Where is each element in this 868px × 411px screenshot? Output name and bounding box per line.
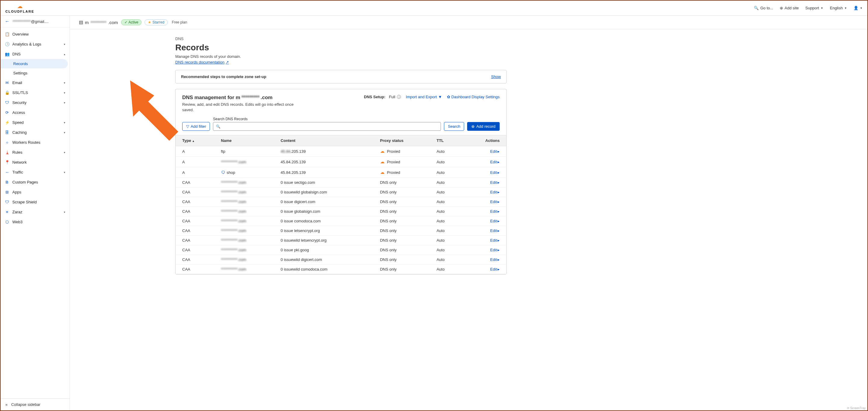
cell-type: CAA	[176, 236, 217, 245]
cell-content: 0 issuewild letsencrypt.org	[277, 236, 376, 245]
language-menu[interactable]: English▼	[830, 6, 847, 10]
edit-button[interactable]: Edit ▸	[490, 200, 500, 204]
sidebar-item-apps[interactable]: ⊞Apps	[1, 187, 69, 197]
edit-button[interactable]: Edit ▸	[490, 170, 500, 175]
sidebar-item-security[interactable]: 🛡Security▾	[1, 98, 69, 108]
globe-icon: ▤	[79, 20, 83, 25]
cell-name: ***********.com	[217, 197, 277, 207]
account-row[interactable]: ← ************@gmail....	[1, 16, 69, 27]
cell-ttl: Auto	[433, 265, 461, 274]
support-menu[interactable]: Support▼	[805, 6, 823, 10]
sidebar-item-rules[interactable]: 🗼Rules▾	[1, 147, 69, 157]
display-settings-button[interactable]: ✿Dashboard Display Settings	[447, 95, 500, 99]
chevron-right-icon: ▸	[498, 170, 500, 175]
cell-proxy: DNS only	[376, 207, 433, 216]
sidebar-item-web3[interactable]: ⬡Web3	[1, 217, 69, 227]
edit-button[interactable]: Edit ▸	[490, 267, 500, 271]
chevron-right-icon: ▸	[498, 200, 500, 204]
sidebar-item-label: Speed	[12, 120, 24, 125]
cloud-icon: ☁	[17, 3, 23, 10]
sidebar-item-label: Access	[12, 110, 25, 115]
col-proxy-status[interactable]: Proxy status	[376, 135, 433, 146]
cell-content: 0 issuewild comodoca.com	[277, 265, 376, 274]
edit-button[interactable]: Edit ▸	[490, 257, 500, 262]
edit-button[interactable]: Edit ▸	[490, 219, 500, 223]
search-input[interactable]	[213, 122, 441, 131]
logo[interactable]: ☁ CLOUDFLARE	[5, 3, 34, 13]
cell-proxy: ☁Proxied	[376, 146, 433, 157]
sidebar-item-email[interactable]: ✉Email▾	[1, 78, 69, 88]
cell-ttl: Auto	[433, 226, 461, 236]
cell-type: CAA	[176, 216, 217, 226]
sidebar-item-custom-pages[interactable]: 🗎Custom Pages	[1, 177, 69, 187]
cell-proxy: DNS only	[376, 187, 433, 197]
cell-type: CAA	[176, 178, 217, 187]
table-row: CAA***********.com0 issue letsencrypt.or…	[176, 226, 506, 236]
add-record-button[interactable]: ⊕Add record	[467, 122, 500, 131]
cell-name: ***********.com	[217, 216, 277, 226]
sidebar-item-speed[interactable]: ⚡Speed▾	[1, 118, 69, 127]
edit-button[interactable]: Edit ▸	[490, 209, 500, 214]
nav-icon: 🗄	[5, 130, 9, 135]
search-button[interactable]: Search	[444, 122, 464, 131]
sidebar-item-zaraz[interactable]: ≡Zaraz▾	[1, 207, 69, 217]
col-actions[interactable]: Actions	[461, 135, 506, 146]
cell-proxy: DNS only	[376, 245, 433, 255]
sidebar-item-network[interactable]: 📍Network	[1, 157, 69, 167]
col-type[interactable]: Type▲	[176, 135, 217, 146]
sidebar-item-ssl-tls[interactable]: 🔒SSL/TLS▾	[1, 88, 69, 98]
collapse-sidebar[interactable]: « Collapse sidebar	[1, 398, 69, 410]
sidebar-item-workers-routes[interactable]: ⟐Workers Routes	[1, 138, 69, 147]
cell-type: CAA	[176, 207, 217, 216]
show-button[interactable]: Show	[491, 75, 501, 79]
table-row: CAA***********.com0 issuewild letsencryp…	[176, 236, 506, 245]
nav-icon: ✉	[5, 81, 9, 85]
sidebar-item-overview[interactable]: 📋Overview	[1, 29, 69, 39]
cell-ttl: Auto	[433, 236, 461, 245]
cell-ttl: Auto	[433, 197, 461, 207]
edit-button[interactable]: Edit ▸	[490, 149, 500, 154]
cell-content: 0 issue globalsign.com	[277, 207, 376, 216]
starred-badge[interactable]: ★Starred	[145, 19, 167, 25]
user-menu[interactable]: 👤▼	[854, 6, 863, 10]
add-filter-button[interactable]: ▽Add filter	[182, 122, 210, 131]
add-site-button[interactable]: ⊕Add site	[780, 6, 799, 10]
edit-button[interactable]: Edit ▸	[490, 238, 500, 242]
sidebar-sub-settings[interactable]: Settings	[1, 68, 69, 78]
cell-ttl: Auto	[433, 157, 461, 167]
chevron-icon: ▾	[64, 91, 65, 94]
plus-icon: ⊕	[780, 6, 783, 10]
back-arrow-icon[interactable]: ←	[5, 19, 10, 24]
cell-actions: Edit ▸	[461, 245, 506, 255]
goto-search[interactable]: 🔍Go to...	[754, 6, 773, 10]
sidebar-item-access[interactable]: ⟳Access	[1, 108, 69, 118]
edit-button[interactable]: Edit ▸	[490, 160, 500, 164]
chevron-right-icon: ▸	[498, 219, 500, 223]
table-row: Aftp45.84.205.139☁ProxiedAutoEdit ▸	[176, 146, 506, 157]
cell-content: 0 issue letsencrypt.org	[277, 226, 376, 236]
sidebar-item-scrape-shield[interactable]: 🛡Scrape Shield	[1, 197, 69, 207]
dns-setup-label: DNS Setup: Fulli	[364, 95, 401, 99]
docs-link[interactable]: DNS records documentation↗	[175, 60, 229, 64]
edit-button[interactable]: Edit ▸	[490, 180, 500, 185]
sidebar-item-caching[interactable]: 🗄Caching▾	[1, 127, 69, 138]
chevron-right-icon: ▸	[498, 160, 500, 164]
col-name[interactable]: Name	[217, 135, 277, 146]
info-icon[interactable]: i	[397, 95, 401, 99]
col-content[interactable]: Content	[277, 135, 376, 146]
domain-name[interactable]: ▤ m*********.com	[79, 20, 118, 25]
cell-proxy: DNS only	[376, 255, 433, 265]
col-ttl[interactable]: TTL	[433, 135, 461, 146]
edit-button[interactable]: Edit ▸	[490, 228, 500, 233]
cell-actions: Edit ▸	[461, 265, 506, 274]
sidebar-item-traffic[interactable]: ↔Traffic▾	[1, 167, 69, 177]
sidebar-item-analytics-logs[interactable]: 🕒Analytics & Logs▾	[1, 39, 69, 49]
import-export-menu[interactable]: Import and Export▼	[406, 95, 442, 99]
edit-button[interactable]: Edit ▸	[490, 190, 500, 194]
sidebar-sub-records[interactable]: Records	[1, 59, 68, 68]
note-icon[interactable]: 🗨	[221, 170, 225, 175]
chevron-down-icon: ▼	[821, 7, 824, 10]
sidebar-item-label: Apps	[12, 190, 21, 194]
edit-button[interactable]: Edit ▸	[490, 248, 500, 252]
sidebar-item-dns[interactable]: 👥DNS▴	[1, 49, 69, 59]
